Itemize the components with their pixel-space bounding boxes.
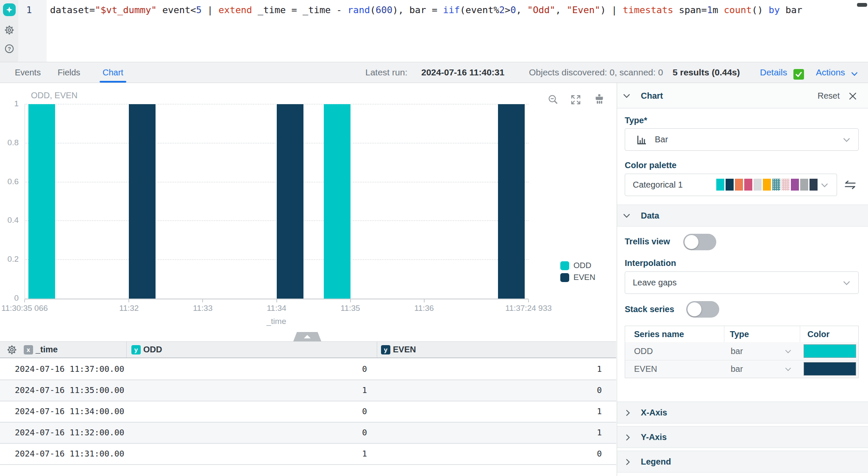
series-table-header-0: Series name: [634, 326, 684, 342]
details-check-icon[interactable]: [793, 69, 804, 80]
query-token: ,: [555, 5, 567, 15]
bar-chart-icon: [636, 134, 647, 145]
series-color-swatch[interactable]: [804, 362, 856, 376]
query-token: extend: [218, 5, 252, 15]
query-token: 5: [196, 5, 201, 15]
cell-time: 2024-07-16 11:34:00.00: [15, 401, 124, 422]
tab-events[interactable]: Events: [15, 62, 41, 83]
query-token: "Even": [567, 5, 600, 15]
palette-swatch-1: [726, 179, 734, 191]
table-row[interactable]: 2024-07-16 11:37:00.0001: [0, 359, 616, 380]
scrollbar-thumb[interactable]: [857, 3, 867, 7]
x-axis-tick: [24, 299, 25, 302]
column-header-time[interactable]: _time: [36, 341, 58, 357]
x-axis-tick-label: 11:34: [234, 304, 319, 313]
query-editor: ? 1 dataset="$vt_dummy" event<5 | extend…: [0, 0, 868, 62]
query-token: span=: [673, 5, 707, 15]
swap-colors-icon[interactable]: [843, 179, 857, 191]
series-color-swatch[interactable]: [804, 344, 856, 358]
chart-bar-even[interactable]: [498, 104, 525, 299]
column-badge-time: x: [24, 345, 33, 354]
x-axis-tick-label: 11:37:24 933: [486, 304, 571, 313]
x-axis-name: _time: [251, 317, 302, 326]
section-label-legend: Legend: [641, 451, 671, 473]
query-token: by: [769, 5, 780, 15]
cell-even: 0: [377, 444, 602, 464]
x-axis-tick: [528, 299, 529, 302]
reset-button[interactable]: Reset: [818, 83, 840, 108]
latest-run-value: 2024-07-16 11:40:31: [421, 62, 504, 83]
chart-title: ODD, EVEN: [31, 91, 78, 100]
palette-swatch-0: [716, 179, 724, 191]
query-token: ) |: [600, 5, 623, 15]
chart-bar-odd[interactable]: [324, 104, 351, 299]
chart-bar-even[interactable]: [277, 104, 303, 299]
palette-swatch-5: [763, 179, 771, 191]
palette-chevron-down-icon: [821, 183, 828, 188]
interpolation-value: Leave gaps: [633, 272, 676, 293]
settings-gear-icon[interactable]: [4, 25, 14, 35]
zoom-out-icon[interactable]: [548, 94, 559, 105]
chart-bar-odd[interactable]: [28, 104, 55, 299]
x-axis-tick-label: 11:35: [308, 304, 393, 313]
series-table-header-1: Type: [730, 326, 749, 342]
section-chevron-right-icon: [626, 434, 630, 441]
tab-fields[interactable]: Fields: [58, 62, 80, 83]
chart-legend: ODDEVEN: [560, 261, 595, 285]
x-axis-line: [25, 299, 529, 299]
table-row[interactable]: 2024-07-16 11:34:00.0001: [0, 401, 616, 423]
cell-odd: 1: [126, 444, 367, 464]
actions-chevron-down-icon: [851, 72, 858, 76]
trellis-view-toggle[interactable]: [683, 234, 716, 250]
left-rail: ?: [0, 0, 18, 62]
query-token: dataset=: [50, 5, 95, 15]
y-axis-line: [25, 104, 25, 299]
palette-swatches: [716, 179, 818, 191]
interpolation-select[interactable]: Leave gaps: [625, 271, 859, 294]
expand-icon[interactable]: [570, 94, 581, 105]
table-settings-gear-icon[interactable]: [7, 345, 17, 355]
line-number: 1: [26, 4, 32, 17]
collapse-arrow-up-icon: [304, 335, 311, 338]
close-panel-icon[interactable]: [849, 92, 857, 100]
series-type-chevron-down-icon: [785, 349, 791, 354]
series-type-select[interactable]: bar: [731, 342, 743, 360]
query-token: "Odd": [527, 5, 555, 15]
column-header-even[interactable]: EVEN: [393, 341, 416, 357]
details-link[interactable]: Details: [760, 62, 787, 83]
y-axis-label: 0.2: [0, 255, 19, 264]
cell-even: 0: [377, 380, 602, 401]
query-input[interactable]: dataset="$vt_dummy" event<5 | extend _ti…: [50, 4, 802, 17]
table-row[interactable]: 2024-07-16 11:31:00.0010: [0, 444, 616, 465]
chart-section-chevron-down-icon[interactable]: [623, 94, 630, 98]
legend-item-odd[interactable]: ODD: [560, 261, 595, 270]
cell-even: 1: [377, 423, 602, 443]
table-row[interactable]: 2024-07-16 11:35:00.0010: [0, 380, 616, 401]
cell-time: 2024-07-16 11:37:00.00: [15, 359, 124, 379]
section-label-x-axis: X-Axis: [641, 401, 667, 423]
legend-label: EVEN: [573, 273, 595, 282]
y-axis-label: 0.4: [0, 216, 19, 225]
query-token: >: [505, 5, 510, 15]
stack-series-toggle[interactable]: [686, 301, 719, 318]
query-token: (event%: [460, 5, 499, 15]
palette-swatch-4: [754, 179, 762, 191]
help-icon[interactable]: ?: [4, 44, 14, 54]
series-type-select[interactable]: bar: [731, 360, 743, 378]
table-row[interactable]: 2024-07-16 11:32:00.0001: [0, 423, 616, 444]
cell-odd: 0: [126, 401, 367, 422]
type-select[interactable]: Bar: [625, 128, 859, 151]
actions-link[interactable]: Actions: [816, 62, 845, 83]
x-axis-tick: [350, 299, 351, 302]
results-count: 5 results (0.44s): [673, 62, 740, 83]
chart-bar-even[interactable]: [129, 104, 156, 299]
query-token: rand: [348, 5, 370, 15]
style-brush-icon[interactable]: [594, 94, 605, 105]
palette-value: Categorical 1: [633, 174, 683, 196]
series-type-chevron-down-icon: [785, 367, 791, 371]
y-axis-label: 0: [0, 293, 19, 303]
app-logo-icon[interactable]: [3, 3, 16, 16]
column-header-odd[interactable]: ODD: [143, 341, 162, 357]
tab-chart[interactable]: Chart: [103, 62, 123, 83]
legend-item-even[interactable]: EVEN: [560, 273, 595, 282]
